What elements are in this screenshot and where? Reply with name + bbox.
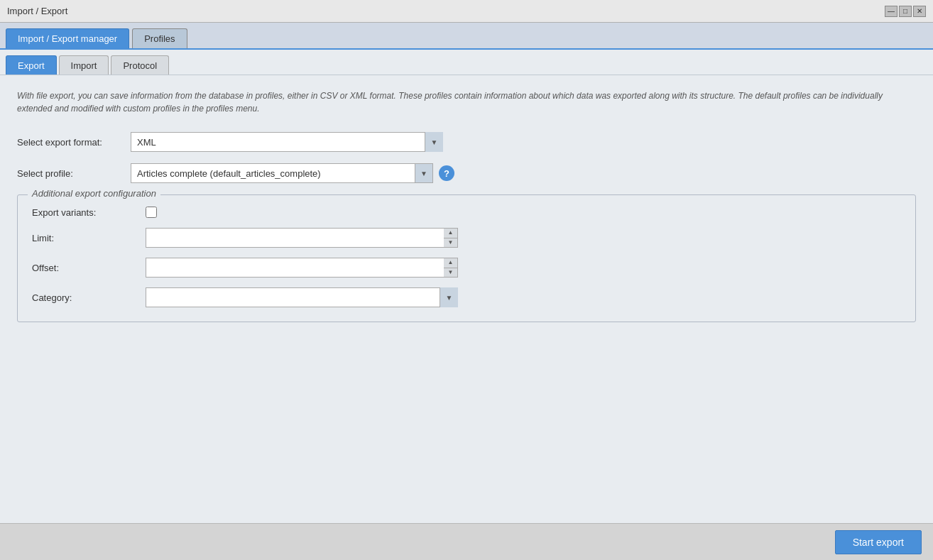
limit-increment-button[interactable]: ▲ xyxy=(444,229,457,238)
title-bar: Import / Export — □ ✕ xyxy=(0,0,933,23)
offset-spinner-buttons: ▲ ▼ xyxy=(444,258,458,278)
limit-row: Limit: ▲ ▼ xyxy=(32,228,901,248)
offset-spinner: ▲ ▼ xyxy=(146,258,458,278)
window-title: Import / Export xyxy=(7,6,67,16)
export-variants-label: Export variants: xyxy=(32,207,146,218)
export-variants-row: Export variants: xyxy=(32,207,901,218)
tab-export[interactable]: Export xyxy=(6,55,57,75)
tab-import-export-manager[interactable]: Import / Export manager xyxy=(6,28,129,48)
category-label: Category: xyxy=(32,292,146,303)
offset-row: Offset: ▲ ▼ xyxy=(32,258,901,278)
additional-config-section: Additional export configuration Export v… xyxy=(17,194,916,322)
offset-input[interactable] xyxy=(146,258,444,278)
offset-increment-button[interactable]: ▲ xyxy=(444,258,457,268)
window-controls: — □ ✕ xyxy=(885,6,926,17)
profile-label: Select profile: xyxy=(17,168,131,179)
export-format-select-wrapper: XML CSV ▼ xyxy=(131,132,443,152)
profile-control: ▼ ? xyxy=(131,163,454,183)
close-button[interactable]: ✕ xyxy=(913,6,926,17)
minimize-button[interactable]: — xyxy=(885,6,897,17)
start-export-button[interactable]: Start export xyxy=(835,530,922,554)
help-button[interactable]: ? xyxy=(439,165,454,181)
category-row: Category: ▼ xyxy=(32,287,901,307)
limit-input[interactable] xyxy=(146,228,444,248)
profile-dropdown-button[interactable]: ▼ xyxy=(415,163,433,183)
footer: Start export xyxy=(0,523,933,560)
content-area: With file export, you can save informati… xyxy=(0,75,933,523)
limit-spinner-buttons: ▲ ▼ xyxy=(444,228,458,248)
tab-protocol[interactable]: Protocol xyxy=(111,55,169,75)
profile-input[interactable] xyxy=(131,163,415,183)
tab-profiles[interactable]: Profiles xyxy=(132,28,187,48)
config-section-legend: Additional export configuration xyxy=(28,188,160,199)
export-format-label: Select export format: xyxy=(17,137,131,148)
category-select[interactable] xyxy=(146,287,458,307)
limit-decrement-button[interactable]: ▼ xyxy=(444,238,457,248)
limit-spinner: ▲ ▼ xyxy=(146,228,458,248)
sub-nav: Export Import Protocol xyxy=(0,50,933,75)
export-format-control: XML CSV ▼ xyxy=(131,132,443,152)
maximize-button[interactable]: □ xyxy=(899,6,912,17)
main-nav: Import / Export manager Profiles xyxy=(0,23,933,50)
export-format-row: Select export format: XML CSV ▼ xyxy=(17,132,916,152)
limit-label: Limit: xyxy=(32,233,146,243)
profile-input-wrapper: ▼ xyxy=(131,163,433,183)
tab-import[interactable]: Import xyxy=(59,55,109,75)
category-select-wrapper: ▼ xyxy=(146,287,458,307)
offset-label: Offset: xyxy=(32,263,146,273)
description-text: With file export, you can save informati… xyxy=(17,89,916,115)
offset-decrement-button[interactable]: ▼ xyxy=(444,268,457,278)
export-variants-checkbox[interactable] xyxy=(146,207,157,218)
select-profile-row: Select profile: ▼ ? xyxy=(17,163,916,183)
export-format-select[interactable]: XML CSV xyxy=(131,132,443,152)
